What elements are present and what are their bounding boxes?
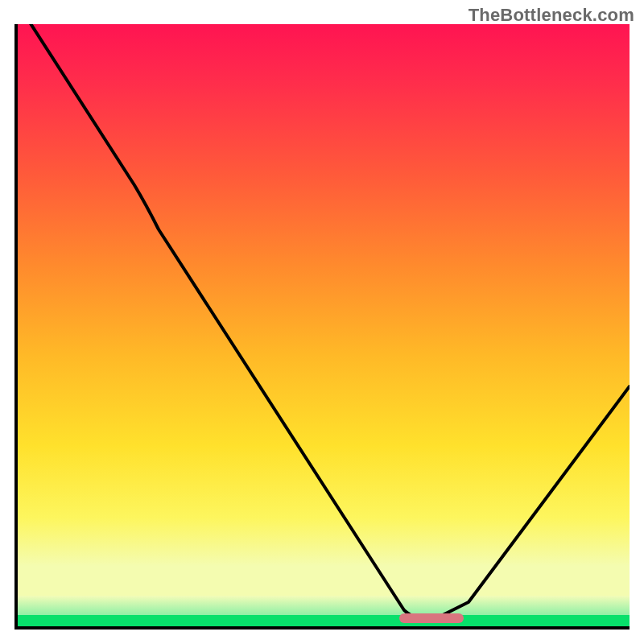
chart-root: TheBottleneck.com <box>0 0 644 644</box>
bottleneck-curve <box>18 24 630 626</box>
optimal-range-marker <box>399 613 464 623</box>
plot-area <box>14 24 630 630</box>
attribution-text: TheBottleneck.com <box>469 5 634 26</box>
